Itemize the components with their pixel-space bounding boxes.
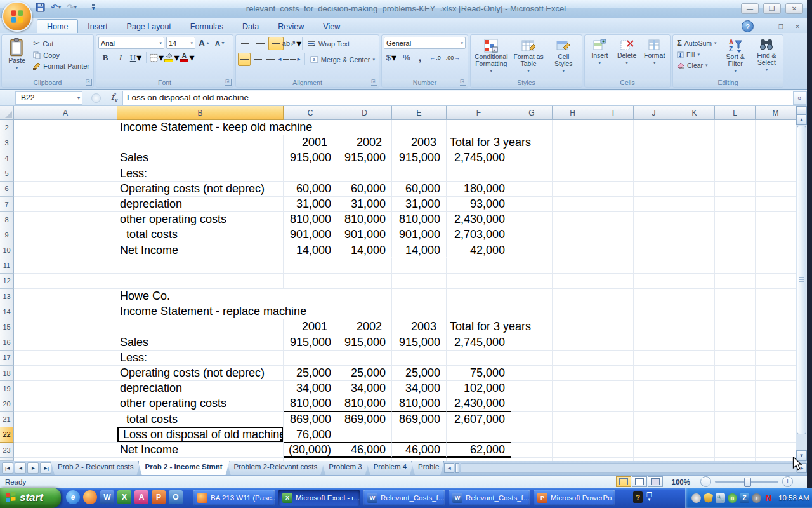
taskbar-window-3[interactable]: WRelevant_Costs_f... — [363, 490, 445, 506]
merge-center-button[interactable]: a Merge & Center▾ — [308, 55, 377, 64]
sheet-tab-prob-2-relevant-costs[interactable]: Prob 2 - Relevant costs — [51, 461, 141, 475]
cell-J11[interactable] — [634, 258, 674, 274]
cell-K8[interactable] — [674, 212, 715, 227]
sort-filter-button[interactable]: AZ Sort & Filter▾ — [721, 37, 750, 77]
cell-D7[interactable]: 31,000 — [337, 197, 392, 212]
horizontal-scrollbar[interactable]: ◄ ► — [444, 461, 807, 475]
cell-D20[interactable]: 810,000 — [337, 396, 392, 411]
cell-C3[interactable]: 2001 — [284, 135, 337, 150]
row-header-8[interactable]: 8 — [0, 212, 14, 227]
row-header-15[interactable]: 15 — [0, 319, 14, 335]
cell-F2[interactable] — [447, 120, 511, 135]
name-box[interactable]: B22▾ — [15, 91, 82, 105]
sheet-tab-prob-2-income-stmnt[interactable]: Prob 2 - Income Stmnt — [138, 461, 230, 475]
cell-B16[interactable]: Sales — [117, 335, 284, 351]
ribbon-tab-view[interactable]: View — [313, 20, 350, 33]
cell-B14[interactable]: Income Statement - replace machine — [117, 304, 284, 319]
cell-B19[interactable]: depreciation — [117, 381, 284, 396]
cell-D13[interactable] — [337, 289, 392, 304]
cell-B9[interactable]: total costs — [117, 227, 284, 243]
show-desktop-icon[interactable]: ❐▾ — [646, 493, 652, 502]
cut-button[interactable]: ✂Cut — [31, 38, 91, 49]
cell-K9[interactable] — [674, 227, 715, 243]
grow-font-button[interactable]: A▲ — [197, 37, 211, 49]
cell-J3[interactable] — [634, 135, 674, 150]
cell-L5[interactable] — [715, 166, 756, 182]
cell-A10[interactable] — [14, 243, 117, 258]
cell-A5[interactable] — [14, 166, 117, 182]
cell-E9[interactable]: 901,000 — [392, 227, 447, 243]
cell-J21[interactable] — [634, 412, 674, 427]
cell-B6[interactable]: Operating costs (not deprec) — [117, 182, 284, 197]
cell-M10[interactable] — [756, 243, 796, 258]
zoom-slider-thumb[interactable] — [744, 478, 751, 487]
office-button[interactable] — [2, 1, 32, 32]
powerpoint-icon[interactable]: P — [152, 490, 166, 504]
ribbon-tab-page-layout[interactable]: Page Layout — [117, 20, 181, 33]
borders-button[interactable]: ▾ — [150, 51, 164, 64]
column-header-C[interactable]: C — [284, 106, 337, 120]
cell-B17[interactable]: Less: — [117, 351, 284, 366]
ie-icon[interactable]: e — [66, 490, 80, 504]
cell-G21[interactable] — [511, 412, 553, 427]
cell-A13[interactable] — [14, 289, 117, 304]
cell-D19[interactable]: 34,000 — [337, 381, 392, 396]
row-header-5[interactable]: 5 — [0, 166, 14, 182]
cell-E23[interactable]: 46,000 — [392, 443, 447, 458]
ribbon-tab-home[interactable]: Home — [37, 19, 78, 33]
cell-A17[interactable] — [14, 351, 117, 366]
italic-button[interactable]: I — [114, 51, 128, 64]
cell-C22[interactable]: 76,000 — [284, 427, 337, 443]
cell-I13[interactable] — [593, 289, 634, 304]
cell-K15[interactable] — [674, 319, 715, 335]
middle-align-button[interactable] — [253, 37, 267, 50]
cell-F21[interactable]: 2,607,000 — [447, 412, 511, 427]
comma-style-button[interactable]: , — [414, 51, 426, 64]
cell-C4[interactable]: 915,000 — [284, 150, 337, 166]
cell-L4[interactable] — [715, 150, 756, 166]
autosum-button[interactable]: ΣAutoSum▾ — [675, 37, 719, 48]
cell-B22[interactable]: Loss on disposal of old machine — [117, 427, 284, 443]
taskbar-window-4[interactable]: WRelevant_Costs_f... — [449, 490, 530, 506]
row-header-14[interactable]: 14 — [0, 304, 14, 319]
cell-styles-button[interactable]: Cell Styles▾ — [547, 37, 580, 77]
column-header-G[interactable]: G — [511, 106, 553, 120]
row-header-13[interactable]: 13 — [0, 289, 14, 304]
cell-E18[interactable]: 25,000 — [392, 366, 447, 381]
cell-K23[interactable] — [674, 443, 715, 458]
format-as-table-button[interactable]: Format as Table▾ — [511, 37, 546, 77]
cell-L8[interactable] — [715, 212, 756, 227]
cell-D3[interactable]: 2002 — [337, 135, 392, 150]
cell-K19[interactable] — [674, 381, 715, 396]
cell-I12[interactable] — [593, 274, 634, 289]
cell-K18[interactable] — [674, 366, 715, 381]
cell-H20[interactable] — [553, 396, 593, 411]
cell-H12[interactable] — [553, 274, 593, 289]
title-bar[interactable]: ↶▾ ↷▾ ▾ relevant_costs_for_decision-maki… — [0, 0, 812, 18]
taskbar-window-5[interactable]: PMicrosoft PowerPo... — [534, 490, 615, 506]
cell-B8[interactable]: other operating costs — [117, 212, 284, 227]
row-header-12[interactable]: 12 — [0, 274, 14, 289]
column-header-F[interactable]: F — [447, 106, 511, 120]
cell-D17[interactable] — [337, 351, 392, 366]
align-right-button[interactable] — [265, 53, 276, 65]
cell-C23[interactable]: (30,000) — [284, 443, 337, 458]
select-all-corner[interactable] — [0, 106, 14, 120]
cell-E16[interactable]: 915,000 — [392, 335, 447, 351]
cell-D21[interactable]: 869,000 — [337, 412, 392, 427]
cell-I6[interactable] — [593, 182, 634, 197]
cell-M6[interactable] — [756, 182, 796, 197]
font-color-button[interactable]: A ▾ — [180, 51, 194, 64]
cell-A23[interactable] — [14, 443, 117, 458]
taskbar-window-1[interactable]: BA 213 W11 (Pasc... — [193, 490, 275, 506]
vertical-scrollbar[interactable]: ▲ ▼ — [796, 106, 807, 461]
cell-B12[interactable] — [117, 274, 284, 289]
cell-E6[interactable]: 60,000 — [392, 182, 447, 197]
number-dialog-launcher[interactable]: ◲ — [460, 79, 466, 86]
cell-F17[interactable] — [447, 351, 511, 366]
cell-K11[interactable] — [674, 258, 715, 274]
cell-L10[interactable] — [715, 243, 756, 258]
row-header-16[interactable]: 16 — [0, 335, 14, 351]
cell-M16[interactable] — [756, 335, 796, 351]
cell-L18[interactable] — [715, 366, 756, 381]
